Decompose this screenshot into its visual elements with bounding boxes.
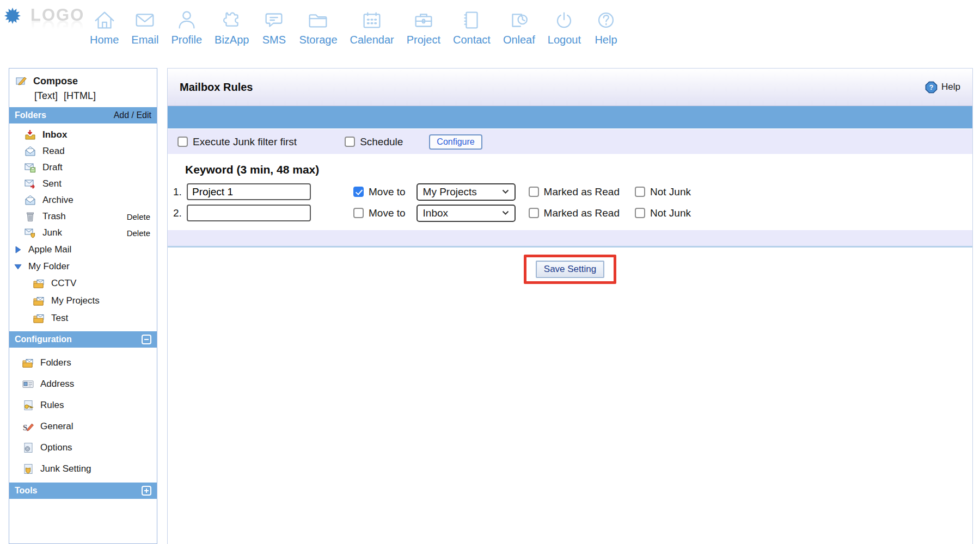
- add-edit-link[interactable]: Add / Edit: [114, 110, 151, 120]
- main-panel: Mailbox Rules Help Execute Junk filter f…: [167, 68, 973, 544]
- not-junk-checkbox[interactable]: [635, 208, 645, 218]
- folders-section-header: Folders Add / Edit: [9, 107, 157, 123]
- nav-item-bizapp[interactable]: BizApp: [215, 8, 249, 46]
- row-label: Junk: [42, 227, 62, 238]
- row-label: Inbox: [42, 129, 67, 140]
- sidebar-item-junk[interactable]: Junk Delete: [9, 225, 157, 241]
- folder-list: Inbox Read Draft Sent Archive Trash Dele…: [9, 123, 157, 331]
- read-icon: [24, 145, 36, 157]
- nav-item-email[interactable]: Email: [131, 8, 158, 46]
- tri-right-icon: [14, 245, 22, 254]
- sidebar-item-sent[interactable]: Sent: [9, 176, 157, 192]
- bizapp-icon: [219, 8, 244, 33]
- nav-item-logout[interactable]: Logout: [548, 8, 581, 46]
- sidebar-item-options[interactable]: Options: [9, 437, 157, 458]
- marked-as-read-checkbox[interactable]: [529, 187, 539, 197]
- tools-section-header: Tools: [9, 483, 157, 499]
- sidebar: Compose [Text] [HTML] Folders Add / Edit…: [9, 68, 157, 544]
- general-icon: [22, 421, 34, 432]
- sms-icon: [261, 8, 286, 33]
- compose-html-link[interactable]: [HTML]: [64, 90, 96, 101]
- save-setting-button[interactable]: Save Setting: [536, 261, 604, 278]
- sidebar-item-junk-setting[interactable]: Junk Setting: [9, 458, 157, 479]
- row-label: My Folder: [28, 261, 70, 272]
- help-octagon-icon: [925, 81, 938, 94]
- tools-header-title: Tools: [15, 486, 37, 496]
- nav-label: BizApp: [215, 34, 249, 46]
- row-label: Sent: [42, 178, 62, 189]
- nav-item-sms[interactable]: SMS: [261, 8, 286, 46]
- folders-header-title: Folders: [15, 110, 46, 120]
- move-to-checkbox[interactable]: [353, 208, 364, 218]
- collapse-minus-icon[interactable]: [142, 335, 151, 344]
- logout-icon: [552, 8, 577, 33]
- sidebar-item-apple-mail[interactable]: Apple Mail: [9, 241, 157, 258]
- sidebar-item-inbox[interactable]: Inbox: [9, 127, 157, 143]
- row-label: My Projects: [51, 295, 100, 306]
- compose-block: Compose [Text] [HTML]: [9, 69, 157, 107]
- marked-as-read-checkbox[interactable]: [529, 208, 539, 218]
- delete-link[interactable]: Delete: [127, 228, 150, 238]
- compose-button[interactable]: Compose: [16, 75, 152, 87]
- rule-row: 2. Move to Inbox Marked as Read Not Junk: [168, 203, 972, 223]
- folder-select[interactable]: My Projects: [416, 183, 516, 201]
- nav-item-onleaf[interactable]: Onleaf: [503, 8, 535, 46]
- not-junk-checkbox[interactable]: [635, 187, 645, 197]
- rule-index: 2.: [173, 207, 187, 219]
- sidebar-item-read[interactable]: Read: [9, 143, 157, 159]
- filter-options-row: Execute Junk filter first Schedule Confi…: [168, 129, 972, 154]
- tri-down-icon: [14, 262, 22, 271]
- rule-index: 1.: [173, 186, 187, 198]
- nav-item-storage[interactable]: Storage: [299, 8, 337, 46]
- keyword-input[interactable]: [187, 205, 311, 221]
- execute-junk-filter-label: Execute Junk filter first: [193, 136, 297, 148]
- sidebar-item-address[interactable]: Address: [9, 373, 157, 394]
- configure-button[interactable]: Configure: [429, 134, 482, 150]
- sidebar-item-rules[interactable]: Rules: [9, 394, 157, 416]
- folder-mail-icon: [33, 312, 45, 324]
- chevron-down-icon: [502, 211, 509, 215]
- row-label: Apple Mail: [28, 244, 71, 255]
- sidebar-item-cctv[interactable]: CCTV: [9, 275, 157, 292]
- help-label: Help: [941, 82, 960, 92]
- logo: LOGO: [4, 5, 84, 25]
- calendar-icon: [359, 8, 384, 33]
- address-icon: [22, 378, 34, 390]
- folder-select[interactable]: Inbox: [416, 205, 516, 222]
- logo-star-icon: [4, 8, 21, 24]
- sidebar-item-test[interactable]: Test: [9, 310, 157, 327]
- nav-item-contact[interactable]: Contact: [453, 8, 491, 46]
- keyword-input[interactable]: [187, 183, 311, 200]
- keyword-heading: Keyword (3 min, 48 max): [185, 163, 972, 176]
- draft-icon: [24, 162, 36, 174]
- project-icon: [411, 8, 436, 33]
- delete-link[interactable]: Delete: [127, 212, 150, 221]
- row-label: Read: [42, 146, 65, 157]
- sidebar-item-my-folder[interactable]: My Folder: [9, 258, 157, 275]
- nav-item-home[interactable]: Home: [90, 8, 119, 46]
- junk-icon: [24, 227, 36, 239]
- inbox-icon: [24, 129, 36, 141]
- sidebar-item-general[interactable]: General: [9, 416, 157, 437]
- expand-plus-icon[interactable]: [142, 486, 151, 496]
- nav-item-calendar[interactable]: Calendar: [350, 8, 394, 46]
- folder-select-value: My Projects: [423, 186, 477, 198]
- row-label: Rules: [40, 400, 64, 411]
- move-to-checkbox[interactable]: [353, 187, 364, 197]
- nav-label: Email: [131, 34, 158, 46]
- execute-junk-filter-checkbox[interactable]: [177, 137, 188, 147]
- sidebar-item-draft[interactable]: Draft: [9, 159, 157, 176]
- compose-text-link[interactable]: [Text]: [34, 90, 58, 101]
- sidebar-item-my-projects[interactable]: My Projects: [9, 292, 157, 310]
- nav-item-profile[interactable]: Profile: [171, 8, 202, 46]
- nav-label: Profile: [171, 34, 202, 46]
- row-label: Address: [40, 379, 74, 390]
- schedule-checkbox[interactable]: [345, 137, 355, 147]
- sidebar-item-folders[interactable]: Folders: [9, 352, 157, 373]
- nav-item-help[interactable]: Help: [593, 8, 618, 46]
- chevron-down-icon: [502, 189, 509, 194]
- nav-item-project[interactable]: Project: [407, 8, 440, 46]
- sidebar-item-archive[interactable]: Archive: [9, 192, 157, 208]
- help-link[interactable]: Help: [925, 81, 960, 94]
- sidebar-item-trash[interactable]: Trash Delete: [9, 208, 157, 225]
